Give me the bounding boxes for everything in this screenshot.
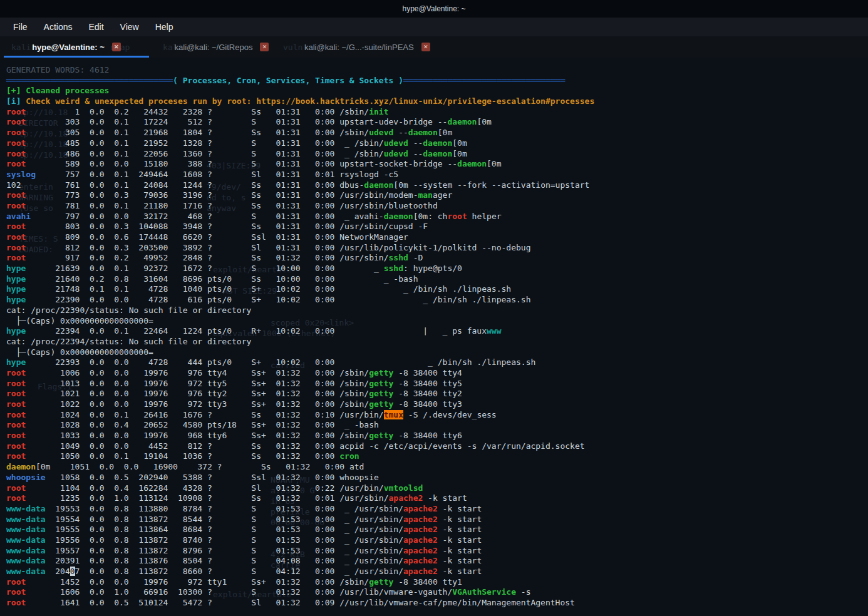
terminal-text: [0m	[413, 212, 428, 221]
terminal-text: getty	[369, 389, 393, 398]
terminal-text: 1641 0.0 0.5 510124 5472 ? Sl 01:32 0:09…	[50, 598, 574, 607]
terminal-text: getty	[369, 431, 393, 440]
menu-item-file[interactable]: File	[6, 19, 34, 34]
terminal-text: [0m	[477, 117, 491, 126]
tab-1[interactable]: hype@Valentine: ~✕	[4, 36, 149, 58]
terminal-text: 1058 0.0 0.5 202940 5388 ? Ssl 01:32 0:0…	[50, 473, 378, 482]
terminal-window: hype@Valentine: ~ FileActionsEditViewHel…	[0, 0, 868, 616]
terminal-text: -s	[516, 587, 530, 597]
terminal-text: [0m	[452, 149, 467, 158]
terminal-line: www-data 20407 0.0 0.8 113872 8660 ? S 0…	[6, 567, 868, 577]
terminal-text: root	[6, 232, 50, 242]
terminal-text: 102	[6, 180, 50, 190]
terminal-text: --	[408, 149, 423, 158]
terminal-text: 19554 0.0 0.8 113872 8544 ? S 01:53 0:00…	[50, 515, 403, 524]
terminal-text: root	[447, 212, 467, 221]
tab-close-icon[interactable]: ✕	[421, 43, 430, 51]
terminal-text: root	[6, 483, 50, 493]
terminal-line: [+] Cleaned processes	[6, 86, 868, 96]
terminal-text: 486 0.0 0.1 22056 1360 ? S 01:31 0:00 _ …	[50, 149, 383, 158]
terminal-text: getty	[369, 379, 393, 388]
terminal-text: hype	[6, 295, 50, 304]
terminal-line: root 1 0.0 0.2 24432 2328 ? Ss 01:31 0:0…	[6, 107, 868, 118]
terminal-text: apache2	[403, 535, 438, 545]
menu-item-help[interactable]: Help	[148, 19, 180, 34]
terminal-line: root 812 0.0 0.3 203500 3892 ? Sl 01:31 …	[6, 243, 868, 254]
terminal-text: [0m	[452, 138, 467, 148]
terminal-text: -D	[408, 253, 423, 262]
terminal-line: cat: /proc/22394/status: No such file or…	[6, 337, 868, 347]
terminal-text: Check weird & unexpected proceses run by…	[26, 96, 594, 106]
terminal-output[interactable]: GENERATED WORDS: 4612═══════════════════…	[0, 58, 868, 616]
window-titlebar[interactable]: hype@Valentine: ~	[0, 0, 868, 18]
tab-bar: hype@Valentine: ~✕kali@kali: ~/GitRepos✕…	[0, 36, 868, 58]
terminal-text: [0m	[487, 159, 501, 168]
terminal-text: 1024 0.0 0.1 26416 1676 ? Ss 01:32 0:10 …	[50, 410, 383, 419]
terminal-text: 7 0.0 0.8 113872 8660 ? S 04:12 0:00 _ /…	[75, 567, 403, 576]
terminal-text: root	[6, 128, 50, 137]
terminal-text: -k start	[438, 515, 482, 524]
terminal-text: root	[6, 253, 50, 262]
terminal-text: 803 0.0 0.3 104088 3948 ? Ss 01:31 0:00 …	[50, 222, 428, 231]
terminal-text: 1022 0.0 0.0 19976 972 tty3 Ss+ 01:32 0:…	[50, 399, 369, 409]
terminal-text: daemon	[423, 138, 452, 148]
terminal-line: ├─(Caps) 0x0000000000000000=	[6, 347, 868, 358]
terminal-text: ═════════════════════════════════	[403, 76, 565, 85]
terminal-line: root 917 0.0 0.2 49952 2848 ? Ss 01:32 0…	[6, 253, 868, 264]
terminal-text: root	[6, 598, 50, 607]
terminal-line: root 1606 0.0 1.0 66916 10300 ? S 01:32 …	[6, 587, 868, 598]
terminal-text: vmtoolsd	[384, 483, 423, 493]
terminal-text: root	[6, 587, 50, 597]
tab-2[interactable]: kali@kali: ~/GitRepos✕	[149, 36, 294, 58]
terminal-text: 22394 0.0 0.1 22464 1224 pts/0 R+ 10:02 …	[50, 326, 487, 336]
terminal-text: root	[6, 410, 50, 419]
terminal-text: ├─(Caps) 0x0000000000000000=	[6, 316, 153, 326]
terminal-text: [0m	[393, 180, 408, 190]
terminal-text: : ch	[428, 212, 447, 221]
terminal-line: root 1452 0.0 0.0 19976 972 tty1 Ss+ 01:…	[6, 577, 868, 588]
terminal-text: www-data	[6, 546, 50, 555]
terminal-text: sshd	[389, 253, 408, 262]
terminal-text: 773 0.0 0.3 79036 3196 ? Ss 01:31 0:00 /…	[50, 190, 418, 200]
terminal-text: sshd	[384, 264, 403, 273]
terminal-text: apache2	[389, 493, 423, 503]
terminal-text: root	[6, 441, 50, 451]
tab-close-icon[interactable]: ✕	[260, 43, 269, 51]
terminal-text: 21748 0.1 0.1 4728 1040 pts/0 S+ 10:02 0…	[50, 284, 511, 294]
terminal-text: getty	[369, 577, 393, 587]
menu-item-actions[interactable]: Actions	[37, 19, 80, 34]
terminal-text: helper	[467, 212, 502, 221]
terminal-text: root	[6, 493, 50, 503]
terminal-text: -8 38400 tty2	[393, 389, 462, 398]
menu-item-edit[interactable]: Edit	[81, 19, 110, 34]
terminal-text: -k start	[438, 546, 482, 555]
terminal-text: 22393 0.0 0.0 4728 444 pts/0 S+ 10:02 0:…	[50, 357, 535, 367]
terminal-text: [i]	[6, 96, 26, 106]
terminal-text: man	[418, 190, 432, 200]
terminal-line: hype 22393 0.0 0.0 4728 444 pts/0 S+ 10:…	[6, 357, 868, 368]
terminal-text: -k start	[438, 556, 482, 565]
terminal-text: 1606 0.0 1.0 66916 10300 ? S 01:32 0:00 …	[50, 587, 452, 597]
terminal-line: hype 21639 0.0 0.1 92372 1672 ? S 10:00 …	[6, 264, 868, 274]
tab-label: hype@Valentine: ~	[32, 43, 105, 52]
terminal-line: root 305 0.0 0.1 21968 1804 ? Ss 01:31 0…	[6, 128, 868, 138]
terminal-text: 19557 0.0 0.8 113872 8796 ? S 01:53 0:00…	[50, 546, 403, 555]
terminal-text: root	[6, 138, 50, 148]
terminal-line: root 803 0.0 0.3 104088 3948 ? Ss 01:31 …	[6, 222, 868, 232]
terminal-text: cron	[339, 451, 359, 461]
terminal-line: root 1050 0.0 0.1 19104 1036 ? Ss 01:32 …	[6, 451, 868, 462]
terminal-text: apache2	[403, 567, 438, 576]
terminal-text: apache2	[403, 556, 438, 565]
terminal-text: 21639 0.0 0.1 92372 1672 ? S 10:00 0:00 …	[50, 264, 383, 273]
terminal-text: daemon	[384, 212, 413, 221]
tab-3[interactable]: kali@kali: ~/G...-suite/linPEAS✕	[294, 36, 440, 58]
terminal-text: 204	[50, 567, 70, 576]
terminal-text: www-data	[6, 556, 50, 565]
terminal-text: [0m	[36, 462, 50, 471]
terminal-text: 1452 0.0 0.0 19976 972 tty1 Ss+ 01:32 0:…	[50, 577, 369, 587]
tab-close-icon[interactable]: ✕	[112, 43, 121, 51]
terminal-text: VGAuthService	[452, 587, 516, 597]
terminal-text: udevd	[384, 138, 408, 148]
terminal-text: 781 0.0 0.1 21180 1716 ? Ss 01:31 0:00 /…	[50, 201, 437, 210]
menu-item-view[interactable]: View	[113, 19, 146, 34]
